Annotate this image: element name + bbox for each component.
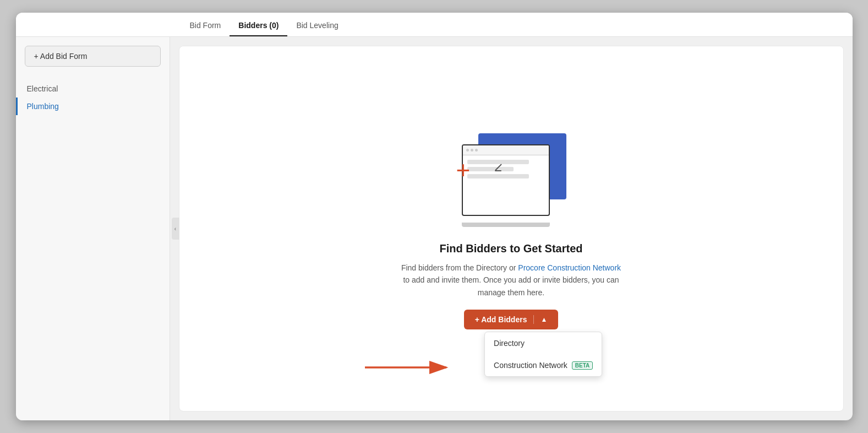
- directory-label: Directory: [494, 339, 525, 348]
- dropdown-item-construction-network[interactable]: Construction Network BETA: [485, 354, 602, 376]
- arrow-illustration: [365, 354, 453, 381]
- browser-line-1: [467, 160, 529, 164]
- desc-prefix: Find bidders from the Directory or: [401, 263, 518, 272]
- cursor-lines: [495, 167, 504, 171]
- browser-dot-3: [475, 149, 478, 151]
- beta-badge: BETA: [572, 361, 593, 370]
- add-bidders-label: + Add Bidders: [475, 315, 527, 324]
- desc-suffix: to add and invite them. Once you add or …: [403, 275, 619, 296]
- sidebar-section: Electrical Plumbing: [16, 80, 170, 115]
- button-divider: [533, 315, 534, 324]
- browser-dot-1: [466, 149, 469, 151]
- sidebar-item-electrical[interactable]: Electrical: [16, 80, 170, 98]
- construction-network-label: Construction Network: [494, 361, 567, 370]
- dropdown-item-directory[interactable]: Directory: [485, 332, 602, 354]
- browser-line-3: [467, 174, 529, 178]
- tabs-bar: Bid Form Bidders (0) Bid Leveling: [16, 13, 853, 37]
- browser-shadow: [462, 223, 550, 227]
- arrow-wrapper: [365, 354, 453, 381]
- browser-dot-2: [471, 149, 473, 151]
- dropdown-wrapper: + Add Bidders ▲: [464, 310, 559, 329]
- empty-state: + Find Bidders to Get Started Find bidde…: [390, 117, 632, 340]
- illustration: +: [456, 128, 566, 227]
- dropdown-menu: Directory Construction Network BETA: [484, 332, 602, 377]
- add-bidders-button[interactable]: + Add Bidders ▲: [464, 310, 559, 329]
- browser-titlebar: [463, 145, 549, 155]
- caret-icon: ▲: [541, 316, 547, 323]
- main-layout: + Add Bid Form Electrical Plumbing ‹: [16, 37, 853, 420]
- add-bid-form-button[interactable]: + Add Bid Form: [25, 46, 161, 67]
- sidebar: + Add Bid Form Electrical Plumbing: [16, 37, 170, 420]
- collapse-handle[interactable]: ‹: [172, 218, 179, 240]
- empty-state-description: Find bidders from the Directory or Proco…: [401, 262, 621, 299]
- sidebar-item-plumbing[interactable]: Plumbing: [16, 98, 170, 115]
- empty-state-title: Find Bidders to Get Started: [439, 242, 582, 255]
- tab-bid-leveling[interactable]: Bid Leveling: [287, 15, 347, 36]
- browser-front: [462, 144, 550, 216]
- main-window: Bid Form Bidders (0) Bid Leveling + Add …: [16, 13, 853, 420]
- browser-line-2: [467, 167, 514, 171]
- tab-bid-form[interactable]: Bid Form: [181, 15, 230, 36]
- content-area: ‹: [179, 46, 844, 412]
- tab-bidders[interactable]: Bidders (0): [230, 15, 287, 36]
- browser-content: [463, 155, 549, 183]
- procore-network-link[interactable]: Procore Construction Network: [518, 263, 621, 272]
- plus-icon-illustration: +: [456, 158, 471, 182]
